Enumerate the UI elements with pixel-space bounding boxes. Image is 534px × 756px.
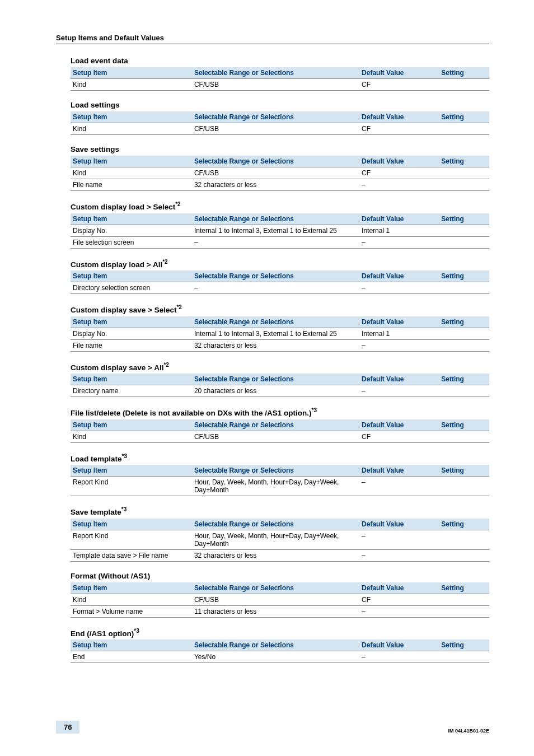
- cell-item: Template data save > File name: [71, 549, 192, 561]
- cell-def: –: [359, 339, 439, 351]
- column-header: Setup Item: [71, 640, 192, 651]
- section-title: Load event data: [71, 57, 489, 65]
- section-title-text: Load template: [71, 454, 122, 463]
- column-header: Selectable Range or Selections: [192, 111, 359, 123]
- section: Save template*3Setup ItemSelectable Rang…: [71, 506, 489, 562]
- section: Custom display load > Select*2Setup Item…: [71, 201, 489, 249]
- section-title: Format (Without /AS1): [71, 572, 489, 580]
- section: Load event dataSetup ItemSelectable Rang…: [71, 57, 489, 91]
- table-row: KindCF/USBCF: [71, 79, 489, 91]
- cell-range: 32 characters or less: [192, 339, 359, 351]
- column-header: Default Value: [359, 316, 439, 328]
- cell-set: [439, 431, 489, 442]
- cell-item: End: [71, 651, 192, 663]
- section: Save settingsSetup ItemSelectable Range …: [71, 145, 489, 191]
- column-header: Default Value: [359, 156, 439, 167]
- section-title: Custom display load > All*2: [71, 259, 489, 269]
- cell-range: –: [192, 282, 359, 294]
- column-header: Selectable Range or Selections: [192, 465, 359, 477]
- column-header: Selectable Range or Selections: [192, 519, 359, 530]
- section: Load template*3Setup ItemSelectable Rang…: [71, 453, 489, 497]
- column-header: Setting: [439, 111, 489, 123]
- cell-range: Hour, Day, Week, Month, Hour+Day, Day+We…: [192, 530, 359, 549]
- cell-range: –: [192, 236, 359, 248]
- column-header: Default Value: [359, 582, 439, 594]
- section-title-text: Custom display load > All: [71, 260, 162, 268]
- column-header: Setup Item: [71, 270, 192, 282]
- section-title: Save template*3: [71, 506, 489, 516]
- cell-set: [439, 477, 489, 496]
- table-row: KindCF/USBCF: [71, 167, 489, 179]
- section-title-text: Load event data: [71, 57, 128, 65]
- column-header: Default Value: [359, 465, 439, 477]
- section: Format (Without /AS1)Setup ItemSelectabl…: [71, 572, 489, 618]
- footnote-ref: *3: [134, 628, 139, 634]
- column-header: Setup Item: [71, 419, 192, 431]
- cell-item: Report Kind: [71, 530, 192, 549]
- cell-def: –: [359, 651, 439, 663]
- column-header: Setting: [439, 213, 489, 225]
- settings-table: Setup ItemSelectable Range or Selections…: [71, 582, 489, 618]
- column-header: Setting: [439, 640, 489, 651]
- cell-range: Internal 1 to Internal 3, External 1 to …: [192, 225, 359, 236]
- cell-range: Hour, Day, Week, Month, Hour+Day, Day+We…: [192, 477, 359, 496]
- footnote-ref: *2: [176, 304, 181, 310]
- column-header: Default Value: [359, 67, 439, 79]
- column-header: Selectable Range or Selections: [192, 316, 359, 328]
- page-number: 76: [56, 721, 79, 734]
- cell-range: CF/USB: [192, 431, 359, 442]
- table-row: EndYes/No–: [71, 651, 489, 663]
- corner-title: Setup Items and Default Values: [56, 34, 489, 42]
- settings-table: Setup ItemSelectable Range or Selections…: [71, 270, 489, 294]
- column-header: Selectable Range or Selections: [192, 213, 359, 225]
- table-row: File name32 characters or less–: [71, 179, 489, 191]
- column-header: Default Value: [359, 419, 439, 431]
- table-row: Template data save > File name32 charact…: [71, 549, 489, 561]
- cell-set: [439, 282, 489, 294]
- cell-set: [439, 225, 489, 236]
- cell-range: 20 characters or less: [192, 385, 359, 397]
- section-title-text: Load settings: [71, 101, 120, 109]
- cell-set: [439, 79, 489, 91]
- column-header: Default Value: [359, 213, 439, 225]
- column-header: Selectable Range or Selections: [192, 640, 359, 651]
- footer: 76 IM 04L41B01-02E: [56, 721, 489, 734]
- column-header: Default Value: [359, 640, 439, 651]
- section-title: Custom display save > All*2: [71, 362, 489, 372]
- column-header: Setting: [439, 156, 489, 167]
- table-row: Report KindHour, Day, Week, Month, Hour+…: [71, 530, 489, 549]
- column-header: Setup Item: [71, 156, 192, 167]
- cell-item: File name: [71, 339, 192, 351]
- cell-item: Directory selection screen: [71, 282, 192, 294]
- column-header: Default Value: [359, 374, 439, 385]
- table-row: Display No.Internal 1 to Internal 3, Ext…: [71, 328, 489, 339]
- cell-range: CF/USB: [192, 167, 359, 179]
- cell-item: Kind: [71, 167, 192, 179]
- column-header: Default Value: [359, 111, 439, 123]
- cell-item: File selection screen: [71, 236, 192, 248]
- column-header: Setup Item: [71, 465, 192, 477]
- column-header: Setting: [439, 316, 489, 328]
- footnote-ref: *3: [121, 506, 127, 512]
- section-title: End (/AS1 option)*3: [71, 628, 489, 638]
- cell-def: –: [359, 179, 439, 191]
- cell-def: CF: [359, 431, 439, 442]
- column-header: Setting: [439, 465, 489, 477]
- cell-range: 32 characters or less: [192, 179, 359, 191]
- cell-set: [439, 236, 489, 248]
- cell-def: Internal 1: [359, 225, 439, 236]
- footnote-ref: *3: [312, 407, 317, 413]
- cell-def: CF: [359, 167, 439, 179]
- table-row: Report KindHour, Day, Week, Month, Hour+…: [71, 477, 489, 496]
- cell-set: [439, 167, 489, 179]
- settings-table: Setup ItemSelectable Range or Selections…: [71, 640, 489, 663]
- cell-range: CF/USB: [192, 79, 359, 91]
- column-header: Setting: [439, 419, 489, 431]
- manual-code: IM 04L41B01-02E: [448, 728, 489, 734]
- section-title: Custom display save > Select*2: [71, 304, 489, 314]
- cell-set: [439, 549, 489, 561]
- column-header: Setting: [439, 270, 489, 282]
- column-header: Setting: [439, 582, 489, 594]
- cell-range: 11 characters or less: [192, 605, 359, 617]
- section-title: Save settings: [71, 145, 489, 153]
